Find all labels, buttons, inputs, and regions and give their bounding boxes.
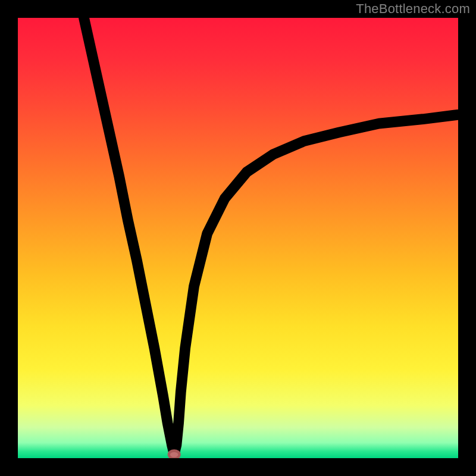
watermark-text: TheBottleneck.com	[356, 1, 470, 17]
plot-area	[18, 18, 458, 458]
curve-layer	[18, 18, 458, 458]
bottleneck-curve	[84, 18, 458, 454]
chart-frame: TheBottleneck.com	[0, 0, 476, 476]
optimum-marker	[169, 450, 180, 458]
